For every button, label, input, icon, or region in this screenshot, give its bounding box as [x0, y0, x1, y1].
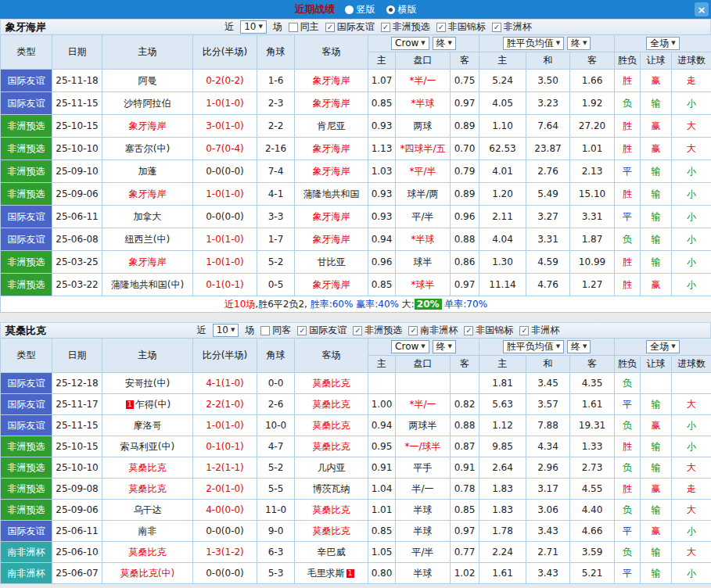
filter-checkbox[interactable]: ✓南非洲杯	[408, 324, 458, 337]
handicap-result-cell: 赢	[641, 70, 672, 92]
layout-radio[interactable]: 横版	[386, 3, 417, 16]
handicap-cell: 半球	[396, 500, 451, 521]
avg-draw-odds-cell: 4.76	[526, 274, 570, 296]
winloss-result-cell: 平	[615, 563, 641, 584]
summary-part: 20%	[415, 299, 442, 310]
match-type-badge: 国际友谊	[1, 92, 52, 115]
away-team-name: 象牙海岸	[313, 143, 350, 154]
match-type-badge: 非洲预选	[1, 500, 52, 521]
col-goals-result: 进球数	[672, 356, 711, 373]
handicap-cell: 平/半	[396, 542, 451, 563]
match-count-select[interactable]: 10▼	[240, 20, 267, 34]
europe-final-select[interactable]: 终▼	[567, 340, 591, 353]
col-winloss-result: 胜负	[615, 356, 641, 373]
col-handicap: 盘口	[396, 52, 451, 70]
col-asian-home: 主	[368, 356, 396, 373]
filter-checkbox-label: 国际友谊	[337, 20, 375, 34]
filter-checkbox[interactable]: ✓非洲预选	[381, 20, 430, 34]
score-cell: 2-0(1-0)	[193, 479, 257, 500]
col-handicap: 盘口	[396, 356, 451, 373]
close-button[interactable]: ×	[695, 2, 709, 16]
away-team-name: 象牙海岸	[313, 211, 350, 222]
asian-final-select[interactable]: 终▼	[433, 340, 456, 353]
avg-away-odds-cell: 27.20	[570, 115, 615, 138]
filter-checkbox[interactable]: 同客	[260, 324, 291, 337]
away-team-name: 莫桑比克	[313, 525, 350, 536]
avg-away-odds-cell: 3.59	[570, 542, 615, 563]
filter-checkbox-label: 非洲预选	[364, 324, 402, 337]
score-cell: 1-0(1-0)	[193, 183, 257, 206]
avg-away-odds-cell: 2.13	[570, 160, 615, 183]
away-team-cell: 毛里求斯1	[295, 563, 368, 584]
europe-final-select[interactable]: 终▼	[567, 37, 591, 50]
asian-final-select-value: 终	[436, 342, 446, 352]
asian-home-odds-cell: 0.94	[368, 415, 396, 436]
filter-checkbox[interactable]: ✓非国锦标	[464, 324, 513, 337]
asian-home-odds-cell: 1.00	[368, 394, 396, 415]
corner-cell: 2-3	[257, 92, 295, 115]
home-team-cell: 沙特阿拉伯	[102, 92, 193, 115]
bookmaker-select-value: Crow	[395, 342, 418, 352]
filter-checkbox[interactable]: ✓非洲杯	[492, 20, 532, 34]
match-count-select[interactable]: 10▼	[213, 324, 239, 337]
asian-away-odds-cell: 1.02	[451, 563, 479, 584]
home-team-name: 摩洛哥	[134, 420, 162, 431]
layout-radio[interactable]: 竖版	[345, 3, 375, 16]
europe-avg-select[interactable]: 胜平负均值▼	[503, 37, 564, 50]
filter-checkbox[interactable]: ✓国际友谊	[325, 20, 375, 34]
match-row: 国际友谊25-11-171乍得(中)2-2(1-0)2-6莫桑比克1.00*半/…	[1, 394, 711, 415]
date-cell: 25-06-07	[52, 563, 102, 584]
corner-cell: 2-2	[257, 115, 295, 138]
home-team-cell: 安哥拉(中)	[102, 373, 193, 394]
score-cell: 2-2(1-0)	[193, 394, 257, 415]
filter-checkbox[interactable]: ✓国际友谊	[297, 324, 347, 337]
filter-checkbox-label: 国际友谊	[309, 324, 347, 337]
goals-result-cell: 小	[672, 206, 711, 228]
checkbox-icon: ✓	[325, 23, 335, 32]
asian-away-odds-cell: 0.79	[451, 160, 479, 183]
filter-checkbox[interactable]: ✓非国锦标	[436, 20, 486, 34]
date-cell: 25-06-10	[52, 542, 102, 563]
asian-away-odds-cell: 0.70	[451, 138, 479, 160]
date-cell: 25-09-10	[52, 160, 102, 183]
home-team-name: 加蓬	[138, 166, 157, 177]
layout-radio-label: 横版	[398, 3, 417, 16]
home-team-cell: 1乍得(中)	[102, 394, 193, 415]
asian-final-select[interactable]: 终▼	[433, 37, 456, 50]
handicap-result-cell: 赢	[641, 415, 672, 436]
home-team-cell: 阿曼	[102, 70, 193, 92]
match-row: 国际友谊25-12-18安哥拉(中)4-1(1-0)0-0莫桑比克1.813.4…	[1, 373, 711, 394]
date-cell: 25-11-15	[52, 415, 102, 436]
handicap-cell: 平/半	[396, 206, 451, 228]
filter-checkbox[interactable]: ✓非洲预选	[353, 324, 402, 337]
avg-draw-odds-cell: 4.59	[526, 251, 570, 274]
away-team-name: 几内亚	[318, 462, 346, 473]
scope-select[interactable]: 全场▼	[646, 37, 679, 50]
avg-away-odds-cell: 1.01	[570, 138, 615, 160]
europe-avg-select[interactable]: 胜平负均值▼	[503, 340, 564, 353]
bookmaker-select[interactable]: Crow▼	[391, 340, 429, 353]
filter-checkbox[interactable]: 同主	[289, 20, 319, 34]
away-team-name: 莫桑比克	[313, 399, 350, 410]
avg-away-odds-cell: 4.35	[570, 373, 615, 394]
home-team-name: 乌干达	[134, 504, 162, 515]
winloss-result-cell: 负	[615, 542, 641, 563]
match-row: 南非洲杯25-06-10莫桑比克1-3(1-2)6-3辛巴威1.05平/半0.7…	[1, 542, 711, 563]
scope-select[interactable]: 全场▼	[646, 340, 679, 353]
asian-home-odds-cell: 0.85	[368, 92, 396, 115]
handicap-result-cell: 赢	[641, 274, 672, 296]
winloss-result-cell: 胜	[615, 479, 641, 500]
home-team-cell: 纽西兰(中)	[102, 228, 193, 251]
asian-home-odds-cell: 1.01	[368, 500, 396, 521]
home-team-cell: 蒲隆地共和国(中)	[102, 274, 193, 296]
avg-home-odds-cell: 4.01	[479, 160, 526, 183]
chevron-down-icon: ▼	[556, 342, 560, 352]
match-type-badge: 非洲预选	[1, 436, 52, 457]
match-row: 非洲预选25-03-22蒲隆地共和国(中)0-1(0-1)0-5象牙海岸0.85…	[1, 274, 711, 296]
filter-checkbox[interactable]: ✓非洲杯	[519, 324, 559, 337]
home-team-cell: 莫桑比克	[102, 542, 193, 563]
bookmaker-select[interactable]: Crow▼	[391, 37, 429, 50]
summary-part: 赢率:40%	[353, 299, 399, 310]
match-type-badge: 国际友谊	[1, 373, 52, 394]
winloss-result-cell: 平	[615, 206, 641, 228]
